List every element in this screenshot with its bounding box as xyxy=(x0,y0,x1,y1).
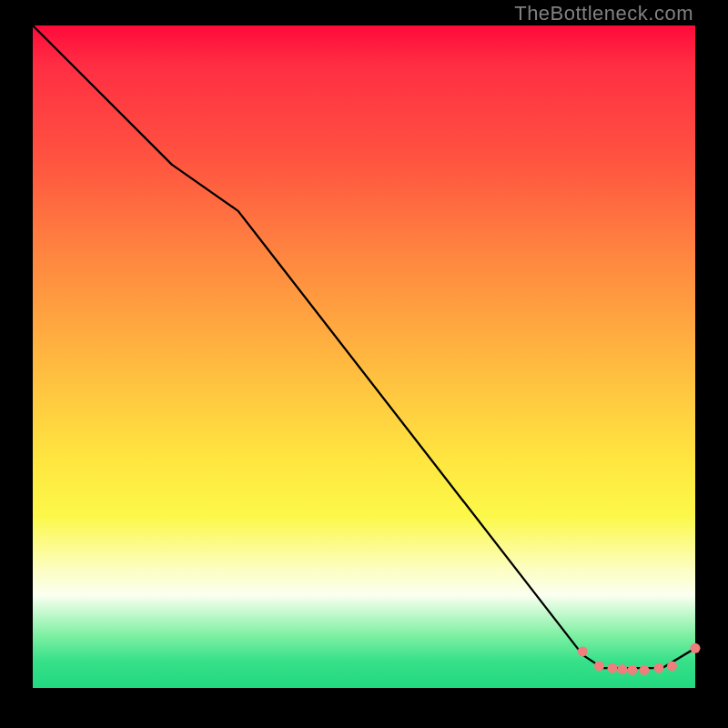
marker-dot xyxy=(627,665,637,675)
marker-dot xyxy=(578,646,588,656)
marker-dot xyxy=(617,664,627,674)
marker-dot xyxy=(639,665,649,675)
marker-dot xyxy=(667,661,677,671)
chart-overlay xyxy=(33,25,695,688)
bottleneck-curve-path xyxy=(33,25,695,668)
marker-dot xyxy=(594,661,604,671)
marker-dot xyxy=(691,643,701,653)
bottleneck-curve xyxy=(33,25,695,668)
source-label: TheBottleneck.com xyxy=(514,2,693,25)
marker-dot xyxy=(653,663,663,673)
marker-dot xyxy=(608,663,618,673)
bottom-cluster-markers xyxy=(578,643,701,675)
stage: TheBottleneck.com xyxy=(0,0,728,728)
